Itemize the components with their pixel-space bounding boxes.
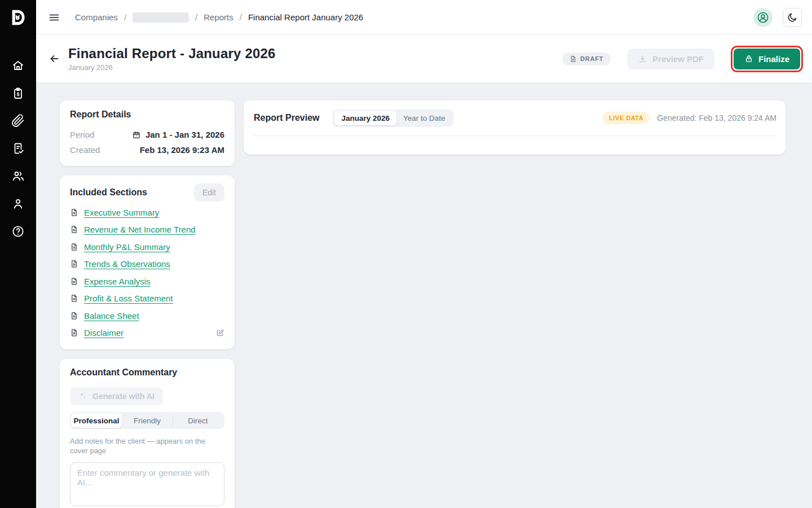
list-item: Disclaimer bbox=[70, 325, 224, 342]
document-icon bbox=[70, 260, 78, 268]
section-link-executive-summary[interactable]: Executive Summary bbox=[84, 208, 159, 217]
period-row: Period Jan 1 - Jan 31, 2026 bbox=[70, 127, 224, 142]
list-item: Trends & Observations bbox=[70, 256, 224, 273]
list-item: Revenue & Net Income Trend bbox=[70, 221, 224, 239]
section-link-disclaimer[interactable]: Disclaimer bbox=[84, 328, 123, 338]
document-icon bbox=[570, 55, 577, 63]
team-users-icon[interactable] bbox=[11, 169, 25, 183]
sidebar: $ bbox=[0, 0, 36, 508]
attachments-paperclip-icon[interactable] bbox=[11, 114, 25, 128]
commentary-title: Accountant Commentary bbox=[70, 367, 224, 378]
breadcrumb: Companies / / Reports / Financial Report… bbox=[75, 12, 363, 23]
section-link-profit-loss[interactable]: Profit & Loss Statement bbox=[84, 294, 173, 303]
sidebar-nav: $ bbox=[0, 35, 36, 238]
draft-badge-label: DRAFT bbox=[580, 55, 603, 62]
breadcrumb-reports[interactable]: Reports bbox=[204, 12, 233, 22]
created-label: Created bbox=[70, 145, 100, 155]
breadcrumb-separator: / bbox=[240, 12, 242, 22]
list-item: Profit & Loss Statement bbox=[70, 290, 224, 308]
page-title: Financial Report - January 2026 bbox=[68, 46, 276, 62]
finalize-highlight-ring: Finalize bbox=[731, 46, 803, 72]
period-value-text: Jan 1 - Jan 31, 2026 bbox=[145, 130, 224, 139]
document-icon bbox=[70, 277, 78, 286]
list-item: Expense Analysis bbox=[70, 273, 224, 290]
finalize-button[interactable]: Finalize bbox=[734, 49, 800, 69]
generated-timestamp: Generated: Feb 13, 2026 9:24 AM bbox=[657, 113, 776, 122]
tab-year-to-date[interactable]: Year to Date bbox=[396, 111, 452, 125]
document-icon bbox=[70, 243, 78, 251]
section-link-monthly-pl[interactable]: Monthly P&L Summary bbox=[84, 242, 170, 252]
calendar-icon bbox=[132, 130, 141, 139]
left-column: Report Details Period Jan 1 - Jan 31, 20… bbox=[60, 100, 235, 508]
tone-tab-group: Professional Friendly Direct bbox=[70, 412, 224, 429]
commentary-textarea[interactable] bbox=[70, 462, 224, 506]
page-header: Financial Report - January 2026 January … bbox=[36, 35, 812, 83]
report-details-card: Report Details Period Jan 1 - Jan 31, 20… bbox=[60, 100, 235, 166]
breadcrumb-separator: / bbox=[124, 12, 126, 22]
included-sections-title: Included Sections bbox=[70, 187, 147, 198]
moon-icon bbox=[787, 12, 798, 23]
section-link-expense-analysis[interactable]: Expense Analysis bbox=[84, 277, 151, 286]
preview-header-right: LIVE DATA Generated: Feb 13, 2026 9:24 A… bbox=[603, 112, 776, 124]
report-details-title: Report Details bbox=[70, 110, 224, 120]
billing-clipboard-icon[interactable]: $ bbox=[11, 86, 25, 100]
accountant-commentary-card: Accountant Commentary Generate with AI P… bbox=[60, 359, 235, 508]
logo-icon bbox=[8, 8, 28, 27]
lock-icon bbox=[744, 54, 753, 63]
preview-pdf-button[interactable]: Preview PDF bbox=[627, 49, 714, 69]
tone-tab-professional[interactable]: Professional bbox=[71, 413, 122, 428]
user-avatar-button[interactable] bbox=[753, 8, 773, 27]
profile-person-icon[interactable] bbox=[11, 197, 25, 211]
report-preview-title: Report Preview bbox=[254, 113, 319, 123]
home-icon[interactable] bbox=[11, 59, 25, 72]
document-icon bbox=[70, 208, 78, 217]
edit-pencil-icon[interactable] bbox=[215, 329, 224, 338]
period-value: Jan 1 - Jan 31, 2026 bbox=[132, 130, 224, 139]
document-icon bbox=[70, 329, 78, 337]
hamburger-menu-icon[interactable] bbox=[48, 11, 60, 24]
user-icon bbox=[756, 11, 770, 24]
tone-tab-direct[interactable]: Direct bbox=[173, 413, 223, 428]
edit-sections-button[interactable]: Edit bbox=[194, 183, 224, 202]
included-sections-header: Included Sections Edit bbox=[70, 183, 224, 202]
period-label: Period bbox=[70, 130, 94, 139]
tone-tab-friendly[interactable]: Friendly bbox=[122, 413, 173, 428]
document-icon bbox=[70, 225, 78, 234]
list-item: Monthly P&L Summary bbox=[70, 238, 224, 256]
live-data-badge: LIVE DATA bbox=[603, 112, 650, 124]
breadcrumb-companies[interactable]: Companies bbox=[75, 12, 118, 22]
preview-body-empty bbox=[254, 135, 776, 154]
app-logo[interactable] bbox=[0, 0, 36, 35]
svg-text:$: $ bbox=[16, 91, 19, 97]
tab-january-2026[interactable]: January 2026 bbox=[334, 111, 396, 125]
page-subtitle: January 2026 bbox=[68, 63, 276, 72]
status-badge-draft: DRAFT bbox=[562, 52, 611, 65]
sparkles-icon bbox=[78, 392, 87, 401]
report-preview-card: Report Preview January 2026 Year to Date… bbox=[244, 100, 785, 155]
dark-mode-toggle[interactable] bbox=[783, 8, 802, 27]
report-preview-header: Report Preview January 2026 Year to Date… bbox=[254, 100, 776, 135]
commentary-helper-text: Add notes for the client — appears on th… bbox=[70, 436, 211, 456]
generate-with-ai-button[interactable]: Generate with AI bbox=[70, 387, 163, 405]
list-item: Executive Summary bbox=[70, 204, 224, 221]
section-link-trends-observations[interactable]: Trends & Observations bbox=[84, 259, 170, 269]
main-content: Report Details Period Jan 1 - Jan 31, 20… bbox=[36, 83, 812, 508]
section-link-revenue-net-income[interactable]: Revenue & Net Income Trend bbox=[84, 225, 196, 234]
document-icon bbox=[70, 294, 78, 303]
breadcrumb-current-page: Financial Report January 2026 bbox=[248, 12, 363, 22]
breadcrumb-redacted-company[interactable] bbox=[133, 12, 189, 23]
created-row: Created Feb 13, 2026 9:23 AM bbox=[70, 142, 224, 157]
download-icon bbox=[638, 54, 647, 64]
list-item: Balance Sheet bbox=[70, 307, 224, 325]
back-button[interactable] bbox=[44, 49, 64, 69]
document-icon bbox=[70, 312, 78, 320]
included-sections-card: Included Sections Edit Executive Summary… bbox=[60, 176, 235, 349]
title-block: Financial Report - January 2026 January … bbox=[68, 46, 276, 72]
reports-doc-check-icon[interactable] bbox=[11, 142, 25, 155]
header-actions: DRAFT Preview PDF Finalize bbox=[562, 46, 803, 72]
topbar: Companies / / Reports / Financial Report… bbox=[36, 0, 812, 35]
help-icon[interactable] bbox=[11, 225, 25, 238]
breadcrumb-separator: / bbox=[195, 12, 197, 22]
section-link-balance-sheet[interactable]: Balance Sheet bbox=[84, 311, 139, 321]
arrow-left-icon bbox=[48, 52, 60, 65]
